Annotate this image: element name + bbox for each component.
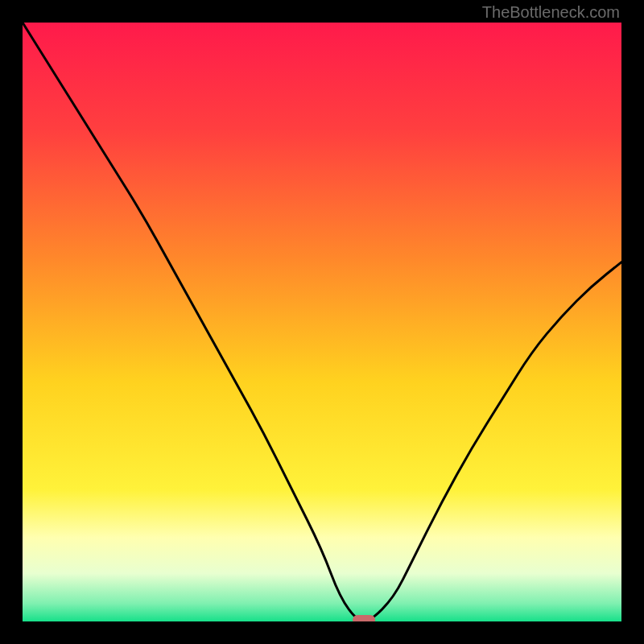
bottleneck-chart: [23, 23, 621, 621]
chart-frame: TheBottleneck.com: [0, 0, 644, 644]
optimal-marker: [353, 615, 375, 621]
plot-area: [23, 23, 621, 621]
gradient-background: [23, 23, 621, 621]
attribution-text: TheBottleneck.com: [482, 3, 620, 22]
